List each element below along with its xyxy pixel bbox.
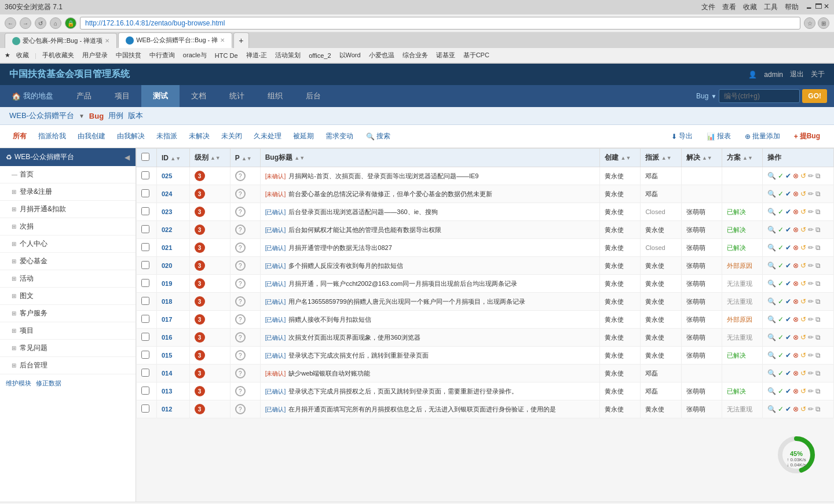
edit-bug-icon[interactable]: ✏ (808, 333, 814, 341)
row-select-checkbox[interactable] (141, 404, 149, 413)
close-bug-icon[interactable]: ⊗ (793, 351, 799, 359)
copy-bug-icon[interactable]: ⧉ (815, 172, 821, 180)
row-checkbox[interactable] (137, 293, 157, 311)
subnav-version[interactable]: 版本 (128, 111, 143, 121)
bookmark-htc[interactable]: HTC De (213, 51, 240, 60)
th-p[interactable]: P ▲▼ (230, 149, 260, 167)
row-id[interactable]: 021 (156, 239, 189, 257)
reopen-bug-icon[interactable]: ↺ (800, 315, 806, 323)
row-title[interactable]: [已确认] 登录状态下完成月捐授权之后，页面又跳转到登录页面，需要重新进行登录操… (260, 382, 600, 400)
close-bug-icon[interactable]: ⊗ (793, 315, 799, 323)
batch-add-button[interactable]: ⊕ 批量添加 (740, 130, 785, 143)
menu-view[interactable]: 查看 (722, 2, 736, 12)
reopen-bug-icon[interactable]: ↺ (800, 190, 806, 198)
bug-title-link[interactable]: 前台爱心基金的总情况记录有做修正，但单个爱心基金的数据仍然未更新 (288, 190, 492, 197)
close-bug-icon[interactable]: ⊗ (793, 172, 799, 180)
nav-admin[interactable]: 后台 (294, 85, 332, 107)
search-bug-icon[interactable]: 🔍 (767, 405, 776, 413)
bug-title-link[interactable]: 月捐网站-首页、次捐页面、登录页面等出现浏览器适配问题——IE9 (288, 172, 478, 179)
copy-bug-icon[interactable]: ⧉ (815, 351, 821, 359)
sidebar-item-graphic[interactable]: ⊞ 图文 (0, 288, 136, 305)
th-assign[interactable]: 指派 ▲▼ (641, 149, 681, 167)
edit-bug-icon[interactable]: ✏ (808, 262, 814, 270)
row-id[interactable]: 022 (156, 221, 189, 239)
confirm-bug-icon[interactable]: ✓ (778, 279, 784, 288)
close-bug-icon[interactable]: ⊗ (793, 297, 799, 306)
subnav-cases[interactable]: 用例 (108, 111, 123, 121)
th-id[interactable]: ID ▲▼ (156, 149, 189, 167)
bookmark-bank[interactable]: 中行查询 (147, 50, 177, 61)
nav-extra1[interactable]: ⊞ (818, 17, 829, 29)
resolve-bug-icon[interactable]: ✔ (785, 405, 791, 413)
logout-btn[interactable]: 退出 (790, 69, 804, 79)
search-button[interactable]: 🔍 搜索 (361, 130, 395, 143)
row-checkbox[interactable] (137, 185, 157, 203)
th-level[interactable]: 级别 ▲▼ (189, 149, 230, 167)
export-button[interactable]: ⬇ 导出 (667, 130, 697, 143)
home-button[interactable]: ⌂ (50, 17, 61, 29)
row-checkbox[interactable] (137, 311, 157, 329)
bug-title-link[interactable]: 次捐支付页面出现页界面现象，使用360浏览器 (288, 334, 420, 341)
search-bug-icon[interactable]: 🔍 (767, 351, 776, 359)
tab-close-2[interactable]: ✕ (220, 37, 225, 43)
bookmark-poverty[interactable]: 中国扶贫 (114, 50, 144, 61)
row-checkbox[interactable] (137, 400, 157, 418)
bookmark-activity[interactable]: 活动策划 (273, 50, 303, 61)
username[interactable]: admin (764, 71, 783, 79)
reopen-bug-icon[interactable]: ↺ (800, 244, 806, 252)
sidebar-item-customer[interactable]: ⊞ 客户服务 (0, 305, 136, 322)
copy-bug-icon[interactable]: ⧉ (815, 226, 821, 234)
bug-id-link[interactable]: 021 (162, 244, 172, 251)
close-bug-icon[interactable]: ⊗ (793, 226, 799, 234)
copy-bug-icon[interactable]: ⧉ (815, 190, 821, 198)
bug-id-link[interactable]: 024 (162, 190, 172, 197)
search-bug-icon[interactable]: 🔍 (767, 387, 776, 395)
bug-id-link[interactable]: 020 (162, 262, 172, 269)
bookmark-user[interactable]: 用户登录 (80, 50, 110, 61)
edit-bug-icon[interactable]: ✏ (808, 190, 814, 198)
filter-resolved-me[interactable]: 由我解决 (114, 130, 148, 143)
bug-id-link[interactable]: 012 (162, 406, 172, 413)
row-id[interactable]: 015 (156, 347, 189, 365)
row-title[interactable]: [未确认] 缺少web端银联自动对账功能 (260, 365, 600, 382)
row-select-checkbox[interactable] (141, 225, 149, 233)
subnav-project[interactable]: WEB-公众捐赠平台 (9, 111, 74, 121)
confirm-bug-icon[interactable]: ✓ (778, 172, 784, 180)
nav-project[interactable]: 项目 (103, 85, 141, 107)
edit-bug-icon[interactable]: ✏ (808, 226, 814, 234)
resolve-bug-icon[interactable]: ✔ (785, 387, 791, 395)
forward-button[interactable]: → (20, 17, 31, 29)
bug-title-link[interactable]: 缺少web端银联自动对账功能 (288, 370, 370, 377)
row-title[interactable]: [已确认] 后台如何赋权才能让其他的管理员也能有数据导出权限 (260, 221, 600, 239)
row-checkbox[interactable] (137, 257, 157, 275)
row-checkbox[interactable] (137, 203, 157, 221)
search-bug-icon[interactable]: 🔍 (767, 244, 776, 252)
bug-id-link[interactable]: 022 (162, 226, 172, 233)
search-bug-icon[interactable]: 🔍 (767, 315, 776, 323)
confirm-bug-icon[interactable]: ✓ (778, 315, 784, 323)
row-title[interactable]: [未确认] 前台爱心基金的总情况记录有做修正，但单个爱心基金的数据仍然未更新 (260, 185, 600, 203)
reopen-bug-icon[interactable]: ↺ (800, 262, 806, 270)
select-all-checkbox[interactable] (141, 153, 149, 161)
copy-bug-icon[interactable]: ⧉ (815, 297, 821, 306)
row-checkbox[interactable] (137, 167, 157, 185)
filter-all[interactable]: 所有 (9, 130, 30, 143)
resolve-bug-icon[interactable]: ✔ (785, 333, 791, 341)
copy-bug-icon[interactable]: ⧉ (815, 405, 821, 413)
row-title[interactable]: [已确认] 登录状态下完成次捐支付后，跳转到重新登录页面 (260, 347, 600, 365)
resolve-bug-icon[interactable]: ✔ (785, 244, 791, 252)
edit-bug-icon[interactable]: ✏ (808, 208, 814, 216)
bookmark-business[interactable]: 综合业务 (400, 50, 430, 61)
nav-test[interactable]: 测试 (141, 85, 180, 107)
row-id[interactable]: 018 (156, 293, 189, 311)
confirm-bug-icon[interactable]: ✓ (778, 244, 784, 252)
edit-bug-icon[interactable]: ✏ (808, 172, 814, 180)
edit-bug-icon[interactable]: ✏ (808, 279, 814, 288)
row-checkbox[interactable] (137, 239, 157, 257)
add-bug-button[interactable]: + 提Bug (789, 130, 825, 143)
bug-title-link[interactable]: 捐赠人接收不到每月扣款短信 (288, 316, 371, 323)
reopen-bug-icon[interactable]: ↺ (800, 405, 806, 413)
window-controls[interactable]: 🗕 🗖 ✕ (806, 2, 829, 12)
bug-id-link[interactable]: 013 (162, 388, 172, 395)
filter-created-me[interactable]: 由我创建 (74, 130, 109, 143)
